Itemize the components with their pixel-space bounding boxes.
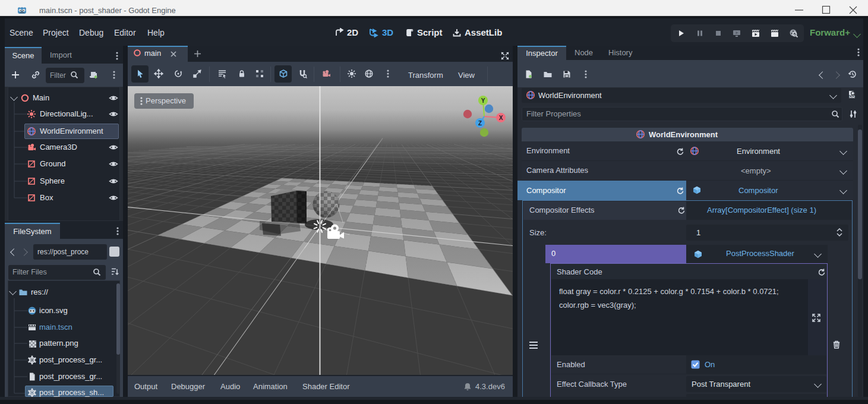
svg-text:X: X	[499, 115, 503, 121]
svg-text:Y: Y	[481, 97, 485, 104]
svg-text:Z: Z	[478, 120, 482, 127]
